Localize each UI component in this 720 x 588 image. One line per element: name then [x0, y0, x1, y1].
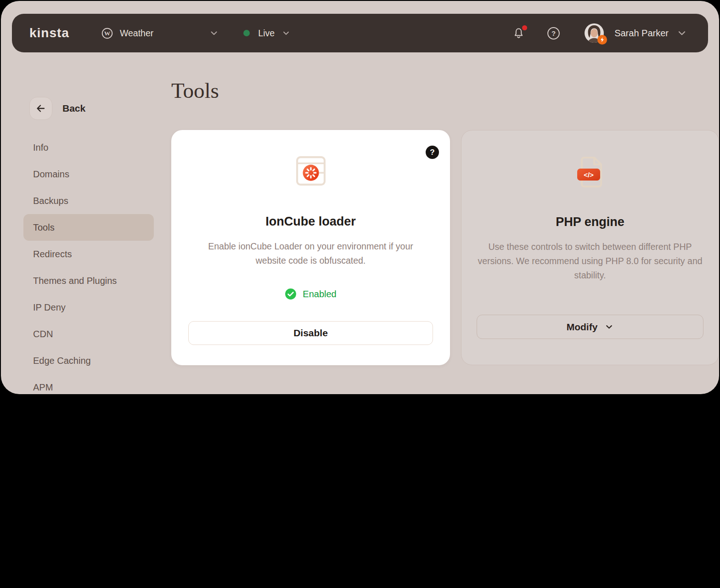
- unread-notification-dot: [522, 25, 527, 30]
- status-label: Enabled: [303, 289, 336, 300]
- sidebar-item-themes-and-plugins[interactable]: Themes and Plugins: [23, 267, 154, 294]
- card-description: Use these controls to switch between dif…: [474, 240, 706, 283]
- modify-button[interactable]: Modify: [477, 315, 703, 339]
- user-avatar[interactable]: [584, 23, 604, 43]
- question-icon: ?: [547, 27, 560, 40]
- wordpress-icon: W: [101, 28, 113, 39]
- notifications-button[interactable]: [512, 27, 525, 40]
- kinsta-logo[interactable]: kinsta: [29, 26, 69, 40]
- sidebar-item-info[interactable]: Info: [23, 134, 154, 161]
- sidebar-item-edge-caching[interactable]: Edge Caching: [23, 347, 154, 374]
- back-button[interactable]: Back: [29, 97, 85, 120]
- site-name: Weather: [120, 28, 153, 39]
- svg-text:?: ?: [551, 29, 556, 37]
- sidebar-item-tools[interactable]: Tools: [23, 214, 154, 241]
- card-title: PHP engine: [556, 215, 624, 229]
- user-name: Sarah Parker: [614, 28, 669, 39]
- topbar: kinsta W Weather Live: [12, 14, 708, 52]
- tools-cards: ?: [171, 130, 719, 365]
- sidebar-item-apm[interactable]: APM: [23, 374, 154, 394]
- sidebar-item-backups[interactable]: Backups: [23, 187, 154, 214]
- chevron-down-icon[interactable]: [677, 28, 687, 38]
- modify-label: Modify: [567, 322, 598, 333]
- back-label: Back: [62, 103, 85, 114]
- svg-text:</>: </>: [584, 171, 594, 179]
- ioncube-loader-icon: [296, 156, 326, 186]
- chevron-down-icon: [605, 322, 613, 331]
- sidebar-item-redirects[interactable]: Redirects: [23, 241, 154, 267]
- sidebar-item-cdn[interactable]: CDN: [23, 321, 154, 347]
- card-help-icon[interactable]: ?: [426, 146, 439, 159]
- card-title: IonCube loader: [265, 215, 356, 229]
- chevron-down-icon: [209, 28, 219, 38]
- php-engine-card: </> PHP engine Use these controls to swi…: [461, 130, 719, 365]
- ioncube-loader-card: ?: [171, 130, 450, 365]
- help-button[interactable]: ?: [547, 27, 560, 40]
- chevron-down-icon: [282, 29, 290, 37]
- site-switcher[interactable]: W Weather: [101, 28, 219, 39]
- check-circle-icon: [285, 288, 297, 300]
- arrow-left-icon[interactable]: [29, 97, 52, 120]
- live-status-dot: [243, 30, 250, 36]
- sidebar-item-domains[interactable]: Domains: [23, 161, 154, 187]
- card-description: Enable ionCube Loader on your environmen…: [195, 239, 427, 268]
- lightning-badge-icon: [597, 35, 607, 45]
- sidebar-nav: Info Domains Backups Tools Redirects The…: [23, 134, 154, 394]
- page-title: Tools: [171, 78, 219, 103]
- php-engine-icon: </>: [575, 156, 605, 187]
- topbar-actions: ? Sarah Parker: [512, 23, 687, 43]
- disable-button[interactable]: Disable: [188, 321, 433, 345]
- environment-selector[interactable]: Live: [243, 28, 290, 39]
- svg-text:W: W: [104, 30, 111, 37]
- sidebar-item-ip-deny[interactable]: IP Deny: [23, 294, 154, 321]
- environment-name: Live: [258, 28, 275, 39]
- app-window: kinsta W Weather Live: [1, 1, 719, 394]
- status-badge: Enabled: [285, 288, 336, 300]
